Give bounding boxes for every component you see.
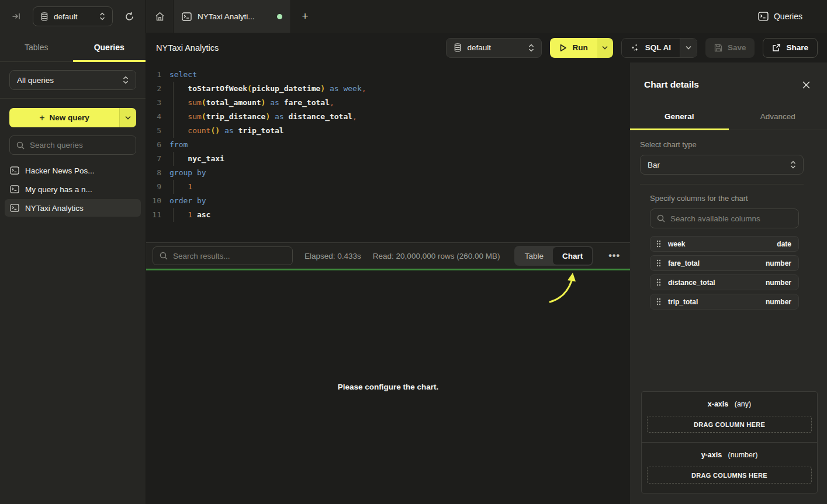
query-search-input[interactable] bbox=[30, 141, 129, 150]
run-button[interactable]: Run bbox=[550, 38, 597, 58]
x-axis-drop-zone[interactable]: DRAG COLUMN HERE bbox=[647, 416, 812, 433]
column-chip-distance_total[interactable]: distance_totalnumber bbox=[650, 274, 799, 290]
results-search-input[interactable] bbox=[173, 252, 286, 260]
drag-handle-icon[interactable] bbox=[656, 240, 661, 248]
database-icon bbox=[454, 43, 462, 52]
code-line[interactable]: 9 1 bbox=[146, 180, 630, 194]
code-line[interactable]: 5 count() as trip_total bbox=[146, 124, 630, 138]
chart-type-select[interactable]: Bar bbox=[640, 155, 804, 175]
results-search-box[interactable] bbox=[153, 246, 293, 265]
sidebar-query-item[interactable]: My query has a n... bbox=[5, 180, 141, 198]
panel-body: Select chart type Bar Specify columns fo… bbox=[630, 130, 827, 310]
database-icon bbox=[40, 12, 49, 21]
topbar-left: default bbox=[0, 0, 146, 33]
home-button[interactable] bbox=[146, 0, 174, 33]
save-button[interactable]: Save bbox=[705, 38, 755, 58]
share-button[interactable]: Share bbox=[763, 38, 818, 58]
column-list: weekdatefare_totalnumberdistance_totalnu… bbox=[650, 236, 799, 310]
column-chip-fare_total[interactable]: fare_totalnumber bbox=[650, 255, 799, 271]
sql-ai-button[interactable]: SQL AI bbox=[622, 39, 680, 57]
view-tab-chart[interactable]: Chart bbox=[553, 247, 592, 265]
y-axis-title: y-axis (number) bbox=[647, 451, 812, 459]
new-query-wrap: + New query bbox=[0, 99, 146, 134]
line-number: 3 bbox=[146, 96, 161, 110]
run-options-dropdown[interactable] bbox=[597, 38, 613, 58]
header-actions: default Run bbox=[446, 38, 818, 58]
line-number: 1 bbox=[146, 68, 161, 82]
drag-handle-icon[interactable] bbox=[656, 298, 661, 305]
code-line[interactable]: 1select bbox=[146, 68, 630, 82]
collapse-sidebar-icon[interactable] bbox=[8, 8, 25, 25]
chart-type-value: Bar bbox=[648, 161, 785, 169]
code-line[interactable]: 2 toStartOfWeek(pickup_datetime) as week… bbox=[146, 82, 630, 96]
drag-handle-icon[interactable] bbox=[656, 259, 661, 267]
code-line[interactable]: 8group by bbox=[146, 166, 630, 180]
chart-details-panel: Chart details General Advanced Select ch… bbox=[630, 62, 827, 504]
sql-editor[interactable]: 1select2 toStartOfWeek(pickup_datetime) … bbox=[146, 62, 630, 242]
tab-label: NYTaxi Analyti... bbox=[198, 12, 271, 21]
hint-arrow-icon bbox=[545, 272, 582, 305]
tab-queries[interactable]: Queries bbox=[73, 33, 146, 61]
x-axis-type: (any) bbox=[735, 400, 751, 408]
sql-ai-dropdown[interactable] bbox=[680, 39, 697, 57]
tab-advanced[interactable]: Advanced bbox=[729, 103, 827, 130]
queries-shortcut[interactable]: Queries bbox=[758, 0, 827, 33]
line-number: 11 bbox=[146, 208, 161, 222]
line-number: 4 bbox=[146, 110, 161, 124]
close-icon[interactable] bbox=[799, 78, 813, 92]
home-icon bbox=[155, 12, 165, 22]
chart-placeholder-message: Please configure the chart. bbox=[146, 383, 630, 391]
y-axis-drop-zone[interactable]: DRAG COLUMNS HERE bbox=[647, 467, 812, 484]
run-database-selector[interactable]: default bbox=[446, 38, 542, 58]
columns-search-box[interactable] bbox=[650, 208, 799, 228]
column-chip-week[interactable]: weekdate bbox=[650, 236, 799, 252]
code-text: from bbox=[169, 138, 630, 152]
terminal-icon bbox=[10, 185, 19, 193]
columns-section: Specify columns for the chart weekdatefa… bbox=[640, 194, 804, 310]
new-tab-button[interactable]: + bbox=[291, 0, 319, 33]
code-line[interactable]: 3 sum(total_amount) as fare_total, bbox=[146, 96, 630, 110]
chevron-updown-icon bbox=[99, 12, 105, 20]
column-chip-trip_total[interactable]: trip_totalnumber bbox=[650, 294, 799, 310]
chevron-updown-icon bbox=[528, 44, 534, 52]
line-number: 9 bbox=[146, 180, 161, 194]
query-search-box[interactable] bbox=[9, 135, 136, 155]
code-line[interactable]: 10order by bbox=[146, 194, 630, 208]
query-item-label: Hacker News Pos... bbox=[25, 166, 95, 175]
code-text: sum(total_amount) as fare_total, bbox=[169, 96, 630, 110]
code-line[interactable]: 11 1 asc bbox=[146, 208, 630, 222]
columns-search-input[interactable] bbox=[670, 214, 792, 223]
code-text: 1 asc bbox=[169, 208, 630, 222]
more-options-button[interactable]: ••• bbox=[605, 251, 624, 261]
code-line[interactable]: 4 sum(trip_distance) as distance_total, bbox=[146, 110, 630, 124]
tab-nytaxi-analytics[interactable]: NYTaxi Analyti... bbox=[174, 0, 291, 33]
new-query-button[interactable]: + New query bbox=[9, 108, 136, 127]
axes-config-box: x-axis (any) DRAG COLUMN HERE y-axis (nu… bbox=[641, 391, 818, 493]
query-filter-select[interactable]: All queries bbox=[9, 70, 136, 90]
code-text: count() as trip_total bbox=[169, 124, 630, 138]
refresh-icon[interactable] bbox=[121, 8, 137, 25]
tab-general[interactable]: General bbox=[630, 103, 729, 130]
view-tab-table[interactable]: Table bbox=[515, 247, 553, 265]
search-icon bbox=[657, 214, 665, 223]
chevron-updown-icon bbox=[790, 161, 796, 169]
new-query-dropdown[interactable] bbox=[119, 108, 136, 127]
sidebar-query-item[interactable]: NYTaxi Analytics bbox=[5, 199, 141, 217]
terminal-icon bbox=[10, 166, 19, 175]
sidebar-query-item[interactable]: Hacker News Pos... bbox=[5, 162, 141, 179]
new-query-main[interactable]: + New query bbox=[9, 108, 119, 127]
column-name: fare_total bbox=[668, 259, 759, 267]
code-line[interactable]: 7 nyc_taxi bbox=[146, 152, 630, 166]
code-line[interactable]: 6from bbox=[146, 138, 630, 152]
chart-type-label: Select chart type bbox=[640, 140, 804, 149]
panel-header: Chart details bbox=[630, 62, 827, 103]
line-number: 2 bbox=[146, 82, 161, 96]
database-selector[interactable]: default bbox=[33, 6, 113, 26]
drag-handle-icon[interactable] bbox=[656, 279, 661, 286]
chevron-updown-icon bbox=[123, 76, 129, 84]
share-icon bbox=[772, 43, 781, 52]
code-text: toStartOfWeek(pickup_datetime) as week, bbox=[169, 82, 630, 96]
query-item-label: NYTaxi Analytics bbox=[25, 204, 84, 213]
tab-tables[interactable]: Tables bbox=[0, 33, 73, 61]
query-filter-value: All queries bbox=[17, 76, 117, 85]
